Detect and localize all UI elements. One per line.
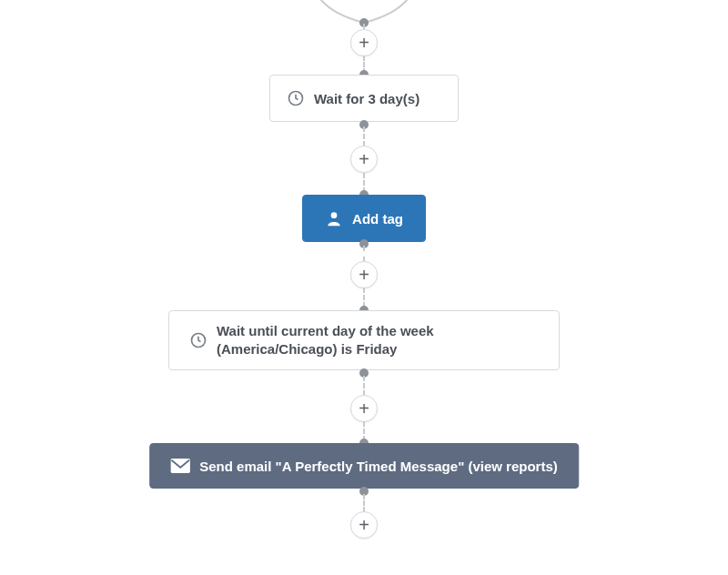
- connector-line: [363, 288, 365, 308]
- add-step-button[interactable]: +: [350, 29, 378, 56]
- add-step-button[interactable]: +: [350, 395, 378, 422]
- clock-icon: [287, 89, 305, 107]
- wait-until-day-node[interactable]: Wait until current day of the week (Amer…: [168, 310, 560, 370]
- connector-line: [363, 494, 365, 512]
- send-email-label: Send email "A Perfectly Timed Message" (…: [199, 459, 558, 474]
- mail-icon: [170, 459, 190, 473]
- svg-rect-4: [171, 459, 190, 473]
- add-tag-node[interactable]: Add tag: [302, 195, 426, 242]
- add-tag-label: Add tag: [352, 211, 403, 227]
- connector-line: [363, 246, 365, 262]
- send-email-node[interactable]: Send email "A Perfectly Timed Message" (…: [149, 443, 579, 489]
- connector-line: [363, 126, 365, 146]
- svg-point-2: [331, 212, 338, 218]
- user-icon: [325, 209, 343, 227]
- add-step-button[interactable]: +: [350, 261, 378, 288]
- wait-until-day-label: Wait until current day of the week (Amer…: [217, 322, 539, 359]
- connector-line: [363, 376, 365, 396]
- add-step-button[interactable]: +: [350, 511, 378, 539]
- add-step-button[interactable]: +: [350, 146, 378, 173]
- wait-delay-label: Wait for 3 day(s): [314, 91, 420, 106]
- clock-icon: [189, 331, 207, 349]
- automation-flow-canvas: + Wait for 3 day(s) + Add tag +: [0, 0, 728, 575]
- wait-delay-node[interactable]: Wait for 3 day(s): [269, 75, 459, 122]
